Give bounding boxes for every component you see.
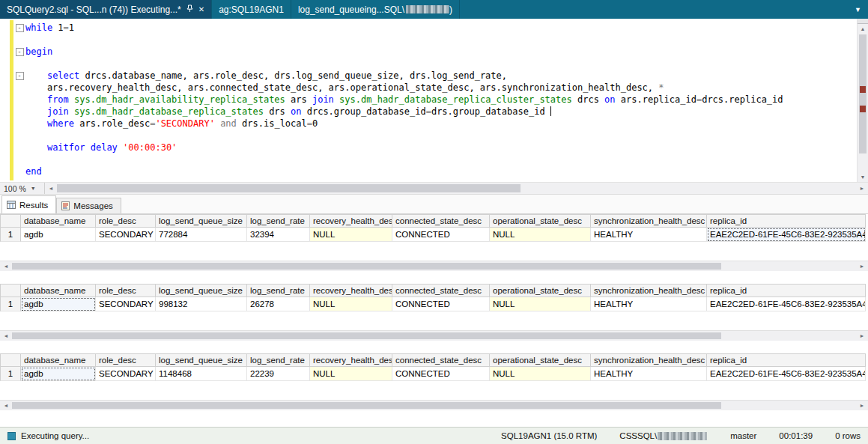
code-line[interactable]: waitfor delay '00:00:30'	[13, 142, 857, 153]
grid-cell-database_name[interactable]: agdb	[21, 297, 96, 311]
code-line[interactable]: -while 1=1	[13, 22, 857, 34]
grid-cell-role_desc[interactable]: SECONDARY	[96, 367, 156, 381]
column-header-connected_state_desc[interactable]: connected_state_desc	[392, 284, 490, 297]
editor-horizontal-scrollbar[interactable]: ◄ ►	[45, 183, 868, 194]
grid-cell-synchronization_health_desc[interactable]: HEALTHY	[591, 297, 707, 311]
grid-cell-operational_state_desc[interactable]: NULL	[490, 367, 591, 381]
scrollbar-thumb[interactable]	[57, 184, 521, 192]
column-header-synchronization_health_desc[interactable]: synchronization_health_desc	[591, 353, 707, 367]
tab-log-send-queueing[interactable]: log_send_queueing...SQL\)	[291, 0, 460, 19]
grid-cell-role_desc[interactable]: SECONDARY	[96, 297, 156, 311]
scrollbar-track[interactable]	[12, 261, 856, 271]
grid-cell-connected_state_desc[interactable]: CONNECTED	[392, 297, 490, 311]
tab-ag-sql19agn1[interactable]: ag:SQL19AGN1	[212, 0, 291, 19]
column-header-replica_id[interactable]: replica_id	[707, 284, 866, 297]
column-header-synchronization_health_desc[interactable]: synchronization_health_desc	[591, 214, 707, 228]
row-header[interactable]: 1	[0, 228, 21, 242]
grid-cell-synchronization_health_desc[interactable]: HEALTHY	[591, 367, 707, 381]
tab-results[interactable]: Results	[1, 195, 56, 213]
code-line[interactable]	[13, 58, 857, 70]
grid-cell-log_send_queue_size[interactable]: 772884	[156, 228, 247, 242]
column-header-role_desc[interactable]: role_desc	[96, 214, 156, 228]
scroll-right-arrow[interactable]: ►	[856, 261, 868, 271]
column-header-role_desc[interactable]: role_desc	[96, 353, 156, 367]
grid-cell-operational_state_desc[interactable]: NULL	[490, 228, 591, 242]
column-header-log_send_rate[interactable]: log_send_rate	[247, 353, 310, 367]
code-line[interactable]	[13, 34, 857, 46]
fold-collapse-icon[interactable]: -	[16, 72, 24, 80]
grid-corner-cell[interactable]	[0, 214, 21, 228]
grid-corner-cell[interactable]	[0, 284, 21, 297]
grid-cell-database_name[interactable]: agdb	[21, 367, 96, 381]
scroll-left-arrow[interactable]: ◄	[45, 183, 57, 194]
fold-collapse-icon[interactable]: -	[16, 48, 24, 56]
grid-horizontal-scrollbar[interactable]: ◄ ►	[0, 400, 868, 410]
close-icon[interactable]: ✕	[198, 5, 204, 13]
grid-cell-log_send_queue_size[interactable]: 998132	[156, 297, 247, 311]
scrollbar-track[interactable]	[57, 183, 856, 194]
grid-horizontal-scrollbar[interactable]: ◄ ►	[0, 261, 868, 271]
code-line[interactable]: end	[13, 165, 857, 177]
column-header-log_send_queue_size[interactable]: log_send_queue_size	[156, 214, 247, 228]
scrollbar-thumb[interactable]	[12, 332, 721, 339]
fold-collapse-icon[interactable]: -	[16, 24, 24, 32]
grid-cell-role_desc[interactable]: SECONDARY	[96, 228, 156, 242]
column-header-synchronization_health_desc[interactable]: synchronization_health_desc	[591, 284, 707, 297]
tab-sqlquery2[interactable]: SQLQuery2.sql - SQL...n (74)) Executing.…	[0, 0, 212, 19]
scrollbar-track[interactable]	[858, 34, 868, 172]
column-header-database_name[interactable]: database_name	[21, 214, 96, 228]
column-header-log_send_queue_size[interactable]: log_send_queue_size	[156, 284, 247, 297]
editor-vertical-scrollbar[interactable]: ▲ ▼	[857, 19, 868, 182]
scrollbar-track[interactable]	[12, 401, 856, 410]
column-header-role_desc[interactable]: role_desc	[96, 284, 156, 297]
grid-cell-log_send_rate[interactable]: 22239	[247, 367, 310, 381]
column-header-recovery_health_desc[interactable]: recovery_health_desc	[310, 284, 392, 297]
column-header-log_send_rate[interactable]: log_send_rate	[247, 284, 310, 297]
fold-collapse-icon[interactable]: -	[13, 22, 25, 34]
code-line[interactable]: -begin	[13, 46, 857, 58]
grid-cell-replica_id[interactable]: EAE2C2ED-61FE-45C6-83E2-923535A4E34	[707, 228, 866, 242]
row-header[interactable]: 1	[0, 297, 21, 311]
grid-corner-cell[interactable]	[0, 353, 21, 367]
grid-cell-log_send_rate[interactable]: 32394	[247, 228, 310, 242]
scroll-left-arrow[interactable]: ◄	[0, 261, 12, 271]
grid-cell-recovery_health_desc[interactable]: NULL	[310, 367, 392, 381]
column-header-operational_state_desc[interactable]: operational_state_desc	[490, 353, 591, 367]
scroll-left-arrow[interactable]: ◄	[0, 331, 12, 341]
scroll-up-arrow[interactable]: ▲	[858, 24, 868, 34]
editor-split-handle[interactable]	[858, 19, 868, 24]
scrollbar-track[interactable]	[12, 331, 856, 341]
grid-cell-connected_state_desc[interactable]: CONNECTED	[392, 228, 490, 242]
grid-cell-recovery_health_desc[interactable]: NULL	[310, 228, 392, 242]
scroll-left-arrow[interactable]: ◄	[0, 401, 12, 410]
column-header-operational_state_desc[interactable]: operational_state_desc	[490, 214, 591, 228]
scroll-right-arrow[interactable]: ►	[856, 331, 868, 341]
column-header-database_name[interactable]: database_name	[21, 284, 96, 297]
fold-collapse-icon[interactable]: -	[13, 70, 25, 82]
scrollbar-thumb[interactable]	[859, 34, 867, 153]
row-header[interactable]: 1	[0, 367, 21, 381]
scrollbar-thumb[interactable]	[12, 263, 721, 270]
grid-cell-operational_state_desc[interactable]: NULL	[490, 297, 591, 311]
column-header-log_send_rate[interactable]: log_send_rate	[247, 214, 310, 228]
code-line[interactable]: join sys.dm_hadr_database_replica_states…	[13, 106, 857, 118]
scroll-down-arrow[interactable]: ▼	[858, 172, 868, 182]
grid-cell-database_name[interactable]: agdb	[21, 228, 96, 242]
tab-list-dropdown-icon[interactable]: ▼	[848, 6, 868, 13]
grid-cell-replica_id[interactable]: EAE2C2ED-61FE-45C6-83E2-923535A4E34	[707, 297, 866, 311]
grid-cell-log_send_rate[interactable]: 26278	[247, 297, 310, 311]
column-header-recovery_health_desc[interactable]: recovery_health_desc	[310, 353, 392, 367]
code-area[interactable]: -while 1=1-begin- select drcs.database_n…	[13, 19, 857, 182]
fold-collapse-icon[interactable]: -	[13, 46, 25, 58]
zoom-control[interactable]: 100 % ▼	[0, 183, 45, 194]
grid-cell-log_send_queue_size[interactable]: 1148468	[156, 367, 247, 381]
column-header-connected_state_desc[interactable]: connected_state_desc	[392, 353, 490, 367]
grid-horizontal-scrollbar[interactable]: ◄ ►	[0, 330, 868, 341]
column-header-replica_id[interactable]: replica_id	[707, 214, 866, 228]
code-line[interactable]: - select drcs.database_name, ars.role_de…	[13, 70, 857, 82]
grid-cell-synchronization_health_desc[interactable]: HEALTHY	[591, 228, 707, 242]
column-header-recovery_health_desc[interactable]: recovery_health_desc	[310, 214, 392, 228]
code-line[interactable]	[13, 153, 857, 165]
grid-cell-replica_id[interactable]: EAE2C2ED-61FE-45C6-83E2-923535A4E34	[707, 367, 866, 381]
column-header-replica_id[interactable]: replica_id	[707, 353, 866, 367]
